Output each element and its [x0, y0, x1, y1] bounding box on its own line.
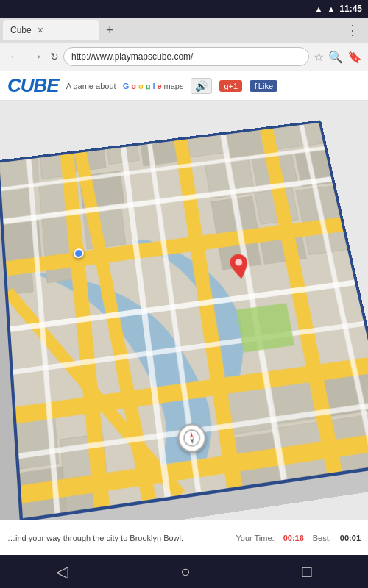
tab-label: Cube	[10, 25, 32, 35]
browser-chrome: Cube × + ⋮ ← → ↻ ☆ 🔍 🔖	[0, 18, 368, 71]
tab-bar: Cube × + ⋮	[0, 18, 368, 43]
facebook-like-button[interactable]: f Like	[250, 80, 277, 92]
google-e: e	[157, 82, 161, 90]
svg-point-55	[183, 429, 201, 447]
nav-bar: ◁ ○ □	[0, 555, 368, 588]
bottom-bar: …ind your way through the city to Brookl…	[0, 520, 368, 555]
tagline: A game about Google maps	[66, 82, 184, 90]
map-tilted[interactable]	[0, 120, 368, 520]
your-time-value: 00:16	[283, 534, 304, 542]
status-time: 11:45	[339, 4, 362, 14]
browser-menu-icon[interactable]: ⋮	[340, 22, 365, 38]
active-tab[interactable]: Cube ×	[3, 20, 99, 40]
best-value: 00:01	[340, 534, 361, 542]
map-3d-wrapper	[0, 108, 368, 498]
page-header: CUBE A game about Google maps 🔊 g+1 f Li…	[0, 71, 368, 101]
url-input[interactable]	[63, 47, 309, 66]
forward-button[interactable]: →	[28, 49, 46, 65]
cube-logo[interactable]: CUBE	[7, 74, 59, 97]
google-o2: o	[138, 82, 144, 90]
svg-rect-53	[236, 303, 294, 352]
signal-icon: ▲	[327, 4, 335, 13]
star-icon: ☆	[314, 50, 324, 64]
sound-button[interactable]: 🔊	[191, 78, 212, 94]
map-background	[0, 120, 368, 520]
your-time-label: Your Time:	[236, 534, 274, 542]
status-bar: ▲ ▲ 11:45	[0, 0, 368, 18]
search-icon[interactable]: 🔍	[328, 50, 343, 64]
google-o1: o	[131, 82, 136, 90]
home-nav-icon[interactable]: ○	[180, 562, 190, 581]
bookmark-icon[interactable]: 🔖	[347, 50, 362, 64]
tab-close-icon[interactable]: ×	[38, 24, 43, 36]
wifi-icon: ▲	[315, 4, 323, 13]
refresh-button[interactable]: ↻	[50, 51, 59, 62]
best-label: Best:	[313, 534, 331, 542]
back-nav-icon[interactable]: ◁	[56, 562, 68, 581]
recents-nav-icon[interactable]: □	[302, 562, 312, 581]
back-button[interactable]: ←	[6, 49, 24, 65]
tagline-text: A game about	[66, 82, 116, 90]
timer-section: Your Time: 00:16 Best: 00:01	[236, 534, 361, 542]
fb-icon: f	[254, 82, 257, 90]
instruction-text: …ind your way through the city to Brookl…	[7, 534, 236, 542]
maps-text: maps	[164, 82, 184, 90]
map-area[interactable]	[0, 101, 368, 520]
fb-like-label: Like	[258, 82, 273, 90]
svg-marker-56	[189, 431, 193, 438]
gplus-button[interactable]: g+1	[219, 80, 242, 92]
new-tab-button[interactable]: +	[100, 23, 120, 38]
svg-marker-57	[190, 437, 194, 444]
google-g2: g	[146, 82, 151, 90]
map-svg	[0, 123, 368, 518]
google-l: l	[152, 82, 155, 90]
address-bar: ← → ↻ ☆ 🔍 🔖	[0, 43, 368, 71]
google-g: G	[123, 82, 130, 90]
instruction-prefix: …	[7, 534, 15, 542]
instruction-content: ind your way through the city to Brookly…	[15, 534, 183, 542]
